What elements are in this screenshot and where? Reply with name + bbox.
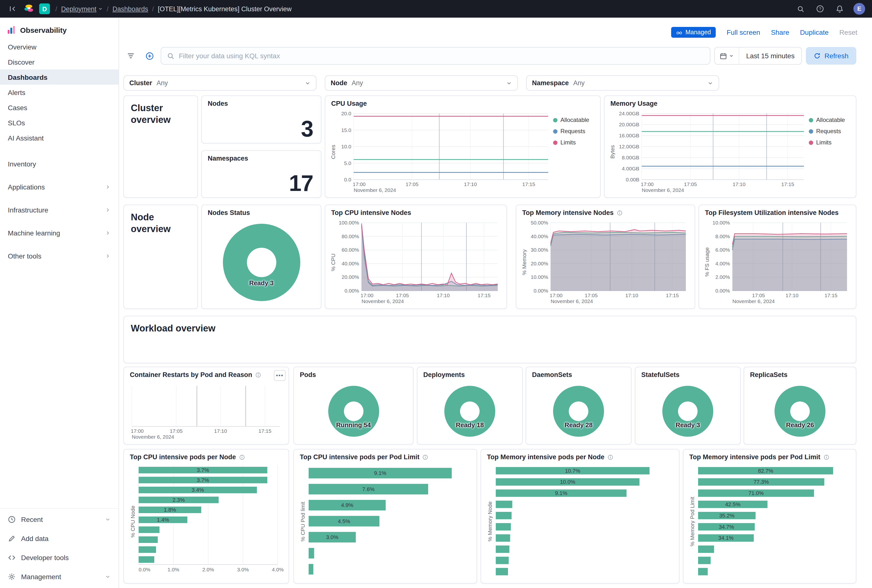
donut-hole — [460, 401, 480, 421]
sidebar-item-overview[interactable]: Overview — [0, 39, 119, 54]
svg-text:9.1%: 9.1% — [374, 470, 386, 476]
help-icon[interactable]: ? — [814, 3, 826, 15]
elastic-logo[interactable] — [24, 4, 34, 14]
svg-text:17:05: 17:05 — [396, 292, 409, 298]
svg-text:40.00%: 40.00% — [531, 234, 548, 239]
info-icon[interactable] — [616, 210, 622, 216]
managed-icon — [676, 29, 683, 36]
panel-title: Top CPU intensive Nodes — [331, 209, 411, 216]
sidebar-item-inventory[interactable]: Inventory — [0, 152, 119, 175]
legend-dot — [553, 140, 558, 145]
container-restarts-chart: 17:0017:0517:1017:15November 6, 2024 — [128, 382, 285, 441]
svg-text:November 6, 2024: November 6, 2024 — [551, 298, 593, 304]
svg-text:?: ? — [819, 7, 821, 11]
sidebar-item-dashboards[interactable]: Dashboards — [0, 69, 119, 85]
reset-button[interactable]: Reset — [839, 28, 857, 36]
sidebar-item-add-data[interactable]: Add data — [0, 529, 119, 548]
sidebar-item-management[interactable]: Management — [0, 567, 119, 586]
panel-memory-usage: Memory Usage Bytes 0.00B4.00GB8.00GB12.0… — [604, 96, 856, 198]
svg-text:17:05: 17:05 — [684, 182, 697, 187]
svg-text:30.00%: 30.00% — [531, 247, 548, 253]
sidebar-item-ai-assistant[interactable]: AI Assistant — [0, 130, 119, 146]
refresh-button[interactable]: Refresh — [806, 47, 856, 64]
breadcrumb-deployment[interactable]: Deployment — [61, 5, 103, 12]
y-axis-label: % CPU Pod limit — [299, 464, 307, 579]
panel-title: Namespaces — [208, 155, 248, 162]
dashboard-controls: ClusterAny NodeAny NamespaceAny — [123, 75, 719, 91]
top-cpu-pods-limit-chart: 9.1%7.6%4.9%4.5%3.0% — [307, 464, 473, 579]
add-data-icon — [8, 534, 16, 542]
query-bar: Last 15 minutes Refresh — [123, 47, 856, 64]
nodes-count-value: 3 — [301, 116, 313, 142]
donut-label: Ready 26 — [786, 421, 814, 428]
user-avatar[interactable]: E — [853, 3, 865, 15]
share-button[interactable]: Share — [771, 28, 789, 36]
search-icon[interactable] — [795, 3, 806, 15]
y-axis-label: % Memory — [520, 219, 528, 306]
deployment-badge[interactable]: D — [39, 3, 50, 14]
collapse-sidebar-icon[interactable] — [7, 3, 19, 15]
sidebar-item-alerts[interactable]: Alerts — [0, 85, 119, 100]
svg-text:17:15: 17:15 — [666, 292, 679, 298]
sidebar-title: Observability — [20, 26, 67, 34]
chevron-right-icon — [105, 207, 111, 213]
calendar-button[interactable] — [715, 48, 739, 64]
top-cpu-nodes-chart: 0.00%20.00%40.00%60.00%80.00%100.00%17:0… — [337, 219, 503, 306]
notifications-icon[interactable] — [834, 3, 845, 15]
panel-title: Top Memory intensive pods per Node — [487, 453, 604, 461]
cpu-usage-chart: 0.05.010.015.020.017:0017:0517:1017:15No… — [337, 110, 553, 194]
sidebar-item-cases[interactable]: Cases — [0, 100, 119, 115]
node-filter-dropdown[interactable]: NodeAny — [325, 75, 518, 91]
svg-text:24.00GB: 24.00GB — [619, 111, 639, 116]
top-cpu-pods-node-chart: 0.0%1.0%2.0%3.0%4.0%3.7%3.7%3.4%2.3%1.8%… — [137, 464, 285, 579]
svg-text:17:00: 17:00 — [131, 428, 144, 434]
svg-text:0.0: 0.0 — [344, 177, 351, 182]
kql-search-input[interactable] — [179, 52, 704, 60]
panel-top-memory-nodes: Top Memory intensive Nodes % Memory 0.00… — [516, 205, 695, 309]
panel-title: DaemonSets — [532, 371, 572, 378]
svg-text:17:00: 17:00 — [353, 182, 366, 187]
sidebar-item-developer-tools[interactable]: Developer tools — [0, 548, 119, 567]
svg-text:4.0%: 4.0% — [272, 567, 284, 572]
sidebar-item-discover[interactable]: Discover — [0, 54, 119, 69]
sidebar-item-other-tools[interactable]: Other tools — [0, 244, 119, 267]
info-icon[interactable] — [239, 454, 245, 460]
panel-nodes-metric: Nodes 3 — [201, 96, 321, 144]
info-icon[interactable] — [607, 454, 613, 460]
svg-text:10.0: 10.0 — [341, 144, 351, 149]
namespaces-count-value: 17 — [289, 170, 313, 196]
sidebar-item-applications[interactable]: Applications — [0, 175, 119, 198]
sidebar-item-infrastructure[interactable]: Infrastructure — [0, 198, 119, 221]
info-icon[interactable] — [823, 454, 829, 460]
sidebar: Observability Overview Discover Dashboar… — [0, 18, 119, 588]
svg-text:100.00%: 100.00% — [339, 220, 359, 225]
breadcrumb-dashboards[interactable]: Dashboards — [113, 5, 148, 12]
svg-text:80.00%: 80.00% — [342, 234, 359, 239]
info-icon[interactable] — [255, 372, 261, 378]
managed-badge[interactable]: Managed — [671, 27, 716, 38]
filter-icon[interactable] — [123, 48, 138, 63]
y-axis-label: Bytes — [609, 110, 616, 194]
donut-hole — [344, 401, 363, 421]
full-screen-button[interactable]: Full screen — [726, 28, 760, 36]
donut-hole — [569, 401, 588, 421]
cluster-filter-dropdown[interactable]: ClusterAny — [123, 75, 316, 91]
add-filter-button[interactable] — [142, 48, 157, 63]
svg-text:2.3%: 2.3% — [173, 497, 185, 503]
sidebar-item-recent[interactable]: Recent — [0, 510, 119, 529]
breadcrumb: / Deployment / Dashboards / [OTEL][Metri… — [56, 5, 292, 12]
info-icon[interactable] — [422, 454, 428, 460]
namespace-filter-dropdown[interactable]: NamespaceAny — [526, 75, 719, 91]
panel-title: Memory Usage — [610, 100, 657, 107]
sidebar-item-slos[interactable]: SLOs — [0, 115, 119, 130]
svg-text:6.00%: 6.00% — [715, 247, 730, 253]
panel-options-button[interactable]: ••• — [274, 370, 286, 381]
top-memory-pods-node-chart: 10.7%10.0%9.1% — [494, 464, 675, 579]
sidebar-footer: Recent Add data Developer tools Manageme… — [0, 508, 119, 588]
svg-text:7.6%: 7.6% — [362, 486, 374, 492]
panel-top-fs-nodes: Top Filesystem Utilization intensive Nod… — [699, 205, 856, 309]
panel-top-cpu-nodes: Top CPU intensive Nodes % CPU 0.00%20.00… — [325, 205, 507, 309]
duplicate-button[interactable]: Duplicate — [800, 28, 828, 36]
sidebar-item-machine-learning[interactable]: Machine learning — [0, 221, 119, 244]
time-range-value[interactable]: Last 15 minutes — [739, 48, 801, 64]
